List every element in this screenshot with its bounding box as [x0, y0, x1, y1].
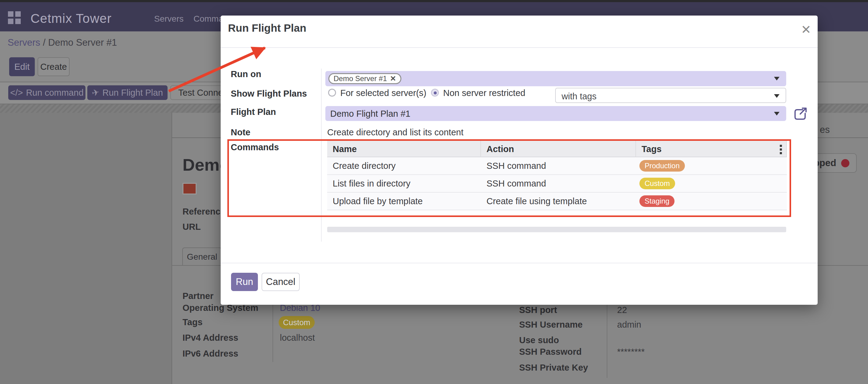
commands-table-header: Name Action Tags [327, 141, 787, 157]
right-group-divider [607, 304, 607, 378]
nav-item-servers[interactable]: Servers [154, 14, 183, 24]
horizontal-scrollbar[interactable] [327, 227, 786, 232]
table-row[interactable]: Upload file by template Create file usin… [327, 193, 787, 210]
field-label-partner: Partner [183, 291, 214, 301]
plane-icon: ✈ [91, 87, 100, 98]
external-link-icon[interactable] [794, 107, 808, 122]
server-color-swatch[interactable] [183, 183, 196, 195]
commands-table: Name Action Tags Create directory SSH co… [327, 141, 787, 210]
brand-title[interactable]: Cetmix Tower [31, 11, 112, 26]
chevron-down-icon [774, 94, 779, 98]
label-commands: Commands [231, 142, 279, 152]
chevron-down-icon [774, 112, 779, 115]
field-label-url: URL [183, 222, 201, 232]
field-value-ipv4: localhost [280, 333, 315, 343]
field-label-ssh-username: SSH Username [519, 320, 583, 330]
radio-label-for-selected-servers[interactable]: For selected server(s) [340, 88, 426, 98]
field-label-use-sudo: Use sudo [519, 335, 559, 345]
column-header-tags[interactable]: Tags [636, 141, 787, 156]
breadcrumb-servers-link[interactable]: Servers [8, 37, 40, 48]
tag-badge-custom: Custom [640, 178, 675, 189]
create-button[interactable]: Create [37, 57, 70, 76]
table-row[interactable]: List files in directory SSH command Cust… [327, 175, 787, 193]
field-label-ssh-password: SSH Password [519, 347, 582, 357]
browser-top-strip [0, 0, 868, 2]
radio-for-selected-servers[interactable] [328, 89, 336, 97]
dialog-header-divider [221, 47, 818, 48]
table-row[interactable]: Create directory SSH command Production [327, 157, 787, 175]
tag-remove-icon[interactable]: ✕ [390, 74, 396, 83]
column-header-action[interactable]: Action [481, 141, 636, 156]
cancel-button[interactable]: Cancel [261, 273, 300, 291]
tab-general[interactable]: General [182, 247, 222, 266]
run-flight-plan-dialog: Run Flight Plan ✕ Run on Show Flight Pla… [221, 15, 818, 305]
with-tags-select[interactable]: with tags [555, 88, 786, 103]
kebab-menu-icon[interactable] [780, 145, 782, 154]
edit-button[interactable]: Edit [9, 57, 35, 76]
status-dot-icon [841, 159, 849, 167]
breadcrumb: Servers / Demo Server #1 [8, 37, 117, 48]
tag-badge-production: Production [640, 160, 685, 172]
column-header-name[interactable]: Name [327, 141, 481, 156]
tag-badge-staging: Staging [640, 195, 675, 207]
label-flight-plan: Flight Plan [231, 107, 276, 117]
field-label-ipv4: IPv4 Address [183, 333, 238, 343]
radio-label-non-server-restricted[interactable]: Non server restricted [443, 88, 525, 98]
field-label-reference: Reference [183, 207, 225, 217]
flight-plan-select[interactable]: Demo Flight Plan #1 [326, 106, 786, 121]
dialog-title: Run Flight Plan [228, 22, 306, 34]
field-label-ipv6: IPv6 Address [183, 349, 238, 359]
radio-non-server-restricted[interactable] [431, 89, 439, 97]
label-run-on: Run on [231, 69, 261, 79]
card-header-button-fragment[interactable]: es [820, 124, 830, 135]
tag-custom-badge: Custom [279, 316, 315, 329]
note-value: Create directory and list its content [327, 128, 463, 137]
dialog-footer-divider [221, 263, 818, 263]
field-label-ssh-private-key: SSH Private Key [519, 363, 588, 373]
run-flight-plan-button[interactable]: ✈ Run Flight Plan [87, 85, 167, 100]
close-icon[interactable]: ✕ [798, 21, 814, 38]
field-value-ssh-port: 22 [617, 305, 627, 315]
run-command-button[interactable]: </> Run command [8, 85, 86, 100]
apps-grid-icon[interactable] [8, 11, 21, 25]
run-button[interactable]: Run [231, 273, 258, 291]
field-label-tags: Tags [183, 317, 203, 327]
label-show-flight-plans: Show Flight Plans [231, 89, 307, 99]
field-value-ssh-username: admin [617, 320, 641, 330]
chevron-down-icon [774, 77, 779, 80]
run-on-field[interactable]: Demo Server #1 ✕ [326, 71, 786, 86]
breadcrumb-current: / Demo Server #1 [40, 37, 117, 48]
field-value-ssh-password: ******** [617, 347, 645, 357]
label-note: Note [231, 128, 250, 137]
server-tag-pill[interactable]: Demo Server #1 ✕ [329, 73, 401, 84]
form-column-divider [321, 69, 322, 242]
field-label-ssh-port: SSH port [519, 305, 557, 315]
code-icon: </> [10, 88, 23, 98]
